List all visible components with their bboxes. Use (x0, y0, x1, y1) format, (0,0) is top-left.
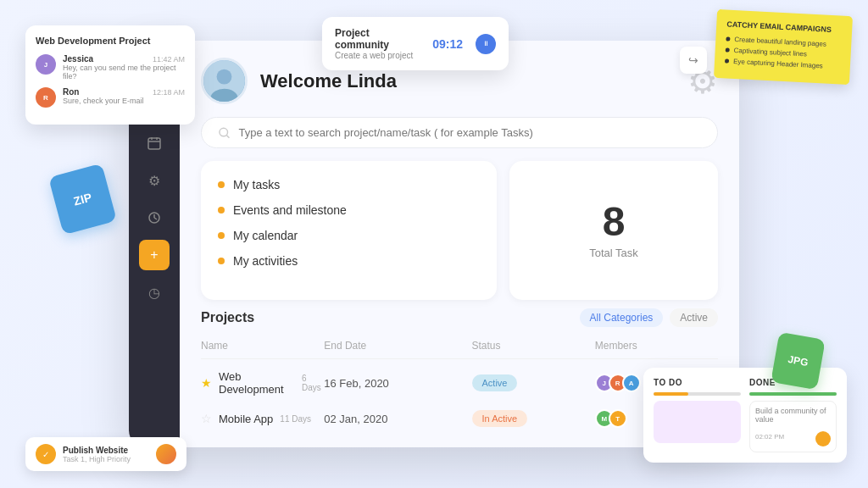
tasks-card: My tasks Events and milestone My calenda… (201, 161, 497, 300)
task-item-2: Events and milestone (218, 203, 480, 217)
publish-avatar (156, 444, 176, 464)
done-column: DONE Build a community of value 02:02 PM (749, 378, 837, 452)
project-name-cell-1: ★ Web Development 6 Days (201, 370, 324, 396)
task-dot-2 (218, 207, 225, 214)
project-community-card: Project community Create a web project 0… (322, 17, 509, 70)
task-dot-3 (218, 232, 225, 239)
publish-info: Publish Website Task 1, High Priority (63, 446, 149, 463)
zip-file-icon: ZIP (48, 164, 117, 235)
total-task-label: Total Task (589, 247, 638, 259)
sidebar-item-add[interactable]: + (139, 240, 170, 270)
projects-table: Name End Date Status Members ★ Web Devel… (201, 336, 718, 435)
content-area: My tasks Events and milestone My calenda… (180, 161, 739, 300)
total-task-number: 8 (603, 202, 626, 242)
logout-button[interactable]: ↪ (680, 47, 707, 74)
pause-button[interactable]: ⏸ (476, 34, 496, 54)
jessica-message: Jessica 11:42 AM Hey, can you send me th… (63, 54, 185, 80)
done-task-time: 02:02 PM (755, 433, 784, 441)
ron-time: 12:18 AM (153, 88, 185, 97)
todo-progress-bar (654, 392, 741, 396)
project-name-1: Web Development (219, 370, 295, 396)
done-task-text: Build a community of value (755, 407, 831, 424)
project-days-1: 6 Days (302, 374, 324, 392)
jessica-time: 11:42 AM (153, 55, 185, 64)
task-dot-4 (218, 258, 225, 264)
task-item-3: My calendar (218, 229, 480, 242)
sidebar-item-calendar[interactable] (139, 128, 170, 158)
task-item-1: My tasks (218, 178, 480, 191)
status-cell-2: In Active (472, 410, 595, 427)
stats-card: 8 Total Task (509, 161, 718, 300)
chat-message-2: R Ron 12:18 AM Sure, check your E-mail (36, 87, 185, 108)
task-item-4: My activities (218, 254, 480, 268)
project-days-2: 11 Days (280, 414, 311, 424)
projects-header: Projects All Categories Active (201, 308, 718, 327)
chat-card-title: Web Development Project (36, 36, 185, 46)
search-icon (219, 127, 230, 139)
ron-avatar: R (36, 87, 56, 108)
sidebar-item-settings[interactable]: ⚙ (139, 165, 170, 196)
bullet-2 (726, 47, 730, 52)
star-empty-icon: ☆ (201, 412, 212, 425)
done-progress-bar (749, 392, 837, 396)
jessica-text: Hey, can you send me the project file? (63, 64, 185, 80)
jpg-file-icon: JPG (771, 332, 826, 391)
jessica-name: Jessica (63, 54, 93, 64)
welcome-text: Welcome Linda (260, 70, 397, 92)
task-dot-1 (218, 181, 225, 188)
ron-name: Ron (63, 87, 79, 97)
member-avatar-3: A (622, 374, 641, 392)
star-filled-icon: ★ (201, 376, 212, 390)
chat-message-1: J Jessica 11:42 AM Hey, can you send me … (36, 54, 185, 80)
publish-bar: ✓ Publish Website Task 1, High Priority (25, 437, 186, 471)
done-task-card: Build a community of value 02:02 PM (749, 401, 837, 452)
table-row: ★ Web Development 6 Days 16 Feb, 2020 Ac… (201, 363, 718, 402)
project-community-sub: Create a web project (335, 51, 424, 60)
bullet-3 (725, 58, 729, 63)
done-progress-fill (749, 392, 837, 396)
end-date-2: 02 Jan, 2020 (324, 413, 471, 425)
status-badge-inactive: In Active (472, 410, 528, 427)
project-community-title: Project community (335, 27, 424, 51)
user-avatar (201, 58, 248, 104)
filter-active[interactable]: Active (670, 308, 718, 327)
sticky-item-3: Eye capturing Header Images (725, 57, 840, 70)
status-badge-active: Active (472, 374, 518, 391)
jessica-avatar: J (36, 54, 56, 75)
sticky-note: Catchy Email Campaigns Create beautiful … (714, 9, 853, 85)
search-bar (201, 117, 718, 148)
project-community-info: Project community Create a web project (335, 27, 424, 60)
todo-columns: TO DO DONE Build a community of value 02… (654, 378, 837, 452)
bullet-1 (726, 36, 730, 41)
svg-line-11 (227, 135, 230, 137)
member-avatar-5: T (609, 409, 627, 428)
sidebar-item-history[interactable]: ◷ (139, 277, 170, 308)
todo-progress-fill (654, 392, 688, 396)
project-name-2: Mobile App (219, 413, 273, 425)
project-timer: 09:12 (432, 37, 463, 51)
todo-title: TO DO (654, 378, 741, 387)
ron-message: Ron 12:18 AM Sure, check your E-mail (63, 87, 185, 105)
project-name-cell-2: ☆ Mobile App 11 Days (201, 412, 324, 425)
svg-line-6 (154, 218, 157, 219)
publish-title: Publish Website (63, 446, 149, 455)
sticky-note-title: Catchy Email Campaigns (726, 19, 842, 34)
todo-column: TO DO (654, 378, 741, 452)
svg-point-8 (217, 69, 232, 85)
filter-buttons: All Categories Active (580, 308, 718, 327)
publish-subtitle: Task 1, High Priority (63, 455, 149, 463)
svg-rect-0 (148, 138, 160, 149)
done-task-avatar (815, 431, 831, 446)
end-date-1: 16 Feb, 2020 (324, 377, 471, 390)
filter-all-categories[interactable]: All Categories (580, 308, 664, 327)
chat-card: Web Development Project J Jessica 11:42 … (25, 25, 195, 125)
table-row: ☆ Mobile App 11 Days 02 Jan, 2020 In Act… (201, 402, 718, 435)
sidebar-item-clock[interactable] (139, 202, 170, 233)
ron-text: Sure, check your E-mail (63, 97, 185, 105)
search-input[interactable] (238, 126, 700, 139)
status-cell-1: Active (472, 374, 595, 391)
svg-point-10 (220, 128, 228, 136)
publish-check-icon: ✓ (36, 444, 56, 464)
projects-title: Projects (201, 310, 254, 325)
todo-placeholder (654, 401, 741, 443)
